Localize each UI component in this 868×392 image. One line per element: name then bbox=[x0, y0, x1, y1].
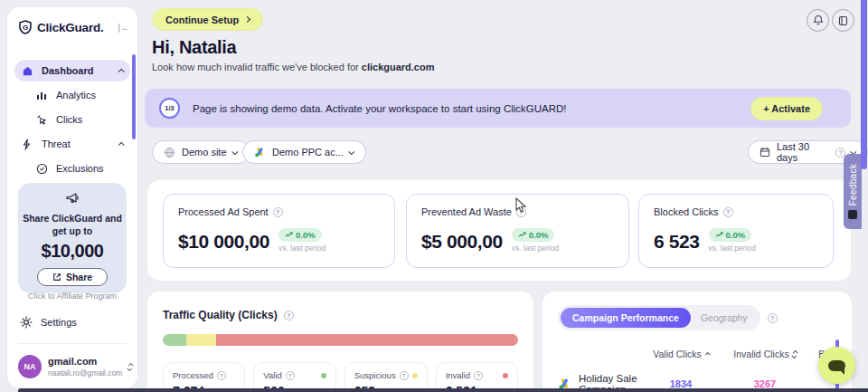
svg-text:G: G bbox=[23, 24, 28, 32]
info-icon[interactable]: ? bbox=[284, 311, 294, 320]
stat-label: Processed Ad Spent bbox=[178, 206, 269, 217]
tab-campaign-performance[interactable]: Campaign Performance bbox=[561, 308, 691, 328]
stats-panel: Processed Ad Spent ? $10 000,00 0.0% vs.… bbox=[147, 180, 851, 281]
stat-card-prevented-ad-waste: Prevented Ad Waste ? $5 000,00 0.0% vs. … bbox=[406, 194, 629, 268]
valid-dot bbox=[321, 373, 326, 378]
workspace-name: gmail.com bbox=[48, 356, 122, 368]
compare-label: vs. last period bbox=[512, 244, 559, 253]
external-link-icon bbox=[52, 272, 61, 282]
invalid-dot bbox=[503, 373, 508, 378]
sidebar-collapse-icon[interactable]: |← bbox=[118, 22, 130, 33]
sort-asc-icon bbox=[705, 352, 711, 358]
check-circle-icon bbox=[36, 162, 49, 175]
info-icon[interactable]: ? bbox=[400, 371, 409, 380]
user-email: naatali.ro@gmail.com bbox=[48, 368, 122, 378]
stat-label: Blocked Clicks bbox=[654, 206, 719, 217]
change-badge: 0.0% bbox=[278, 228, 322, 242]
column-valid-clicks[interactable]: Valid Clicks bbox=[641, 349, 721, 359]
sidebar: G ClickGuard. |← Dashboard Analytics Cli… bbox=[7, 7, 137, 388]
share-button[interactable]: Share bbox=[37, 268, 108, 286]
sidebar-divider bbox=[18, 343, 127, 344]
sidebar-item-threat[interactable]: Threat bbox=[14, 133, 130, 155]
chevron-up-down-icon bbox=[128, 363, 132, 371]
chat-bubble-icon bbox=[828, 360, 845, 371]
feedback-tab[interactable]: Feedback bbox=[844, 154, 862, 229]
notifications-button[interactable] bbox=[807, 9, 829, 32]
sidebar-item-settings[interactable]: Settings bbox=[20, 316, 77, 329]
sidebar-item-label: Dashboard bbox=[42, 65, 93, 76]
sidebar-scrollbar[interactable] bbox=[132, 54, 136, 139]
info-icon[interactable]: ? bbox=[273, 207, 283, 217]
table-header: Valid Clicks Invalid Clicks Bl bbox=[558, 349, 836, 359]
globe-icon bbox=[164, 147, 175, 158]
demo-data-banner: 1/3 Page is showing demo data. Activate … bbox=[145, 89, 851, 128]
sort-icon bbox=[793, 350, 797, 359]
traffic-quality-stacked-bar bbox=[163, 334, 518, 346]
info-icon[interactable]: ? bbox=[286, 371, 295, 380]
performance-tabs: Campaign Performance Geography bbox=[558, 305, 760, 330]
feedback-label: Feedback bbox=[848, 164, 858, 206]
info-icon[interactable]: ? bbox=[474, 371, 483, 380]
bar-segment-invalid bbox=[216, 334, 518, 346]
column-invalid-clicks[interactable]: Invalid Clicks bbox=[721, 349, 809, 359]
traffic-quality-panel: Traffic Quality (Clicks) ? Processed? 7 … bbox=[147, 292, 533, 392]
compare-label: vs. last period bbox=[278, 244, 326, 253]
avatar: NA bbox=[18, 355, 42, 378]
info-icon[interactable]: ? bbox=[723, 207, 733, 217]
activate-button[interactable]: + Activate bbox=[750, 97, 823, 120]
info-icon[interactable]: ? bbox=[217, 371, 226, 380]
feedback-icon bbox=[848, 210, 857, 219]
docs-button[interactable] bbox=[832, 9, 854, 32]
page-scrollbar[interactable] bbox=[861, 0, 867, 169]
shield-logo-icon: G bbox=[18, 20, 33, 34]
home-icon bbox=[22, 64, 34, 77]
campaign-performance-panel: Campaign Performance Geography ? Valid C… bbox=[542, 292, 852, 392]
chevron-up-icon bbox=[118, 68, 125, 74]
chat-widget-button[interactable] bbox=[818, 347, 855, 384]
brand-logo: G ClickGuard. |← bbox=[18, 20, 130, 34]
site-filter-value: Demo site bbox=[182, 147, 227, 158]
trend-up-icon bbox=[285, 232, 293, 238]
sidebar-item-dashboard[interactable]: Dashboard bbox=[14, 60, 130, 81]
book-icon bbox=[838, 15, 848, 26]
megaphone-icon bbox=[65, 192, 80, 206]
info-icon[interactable]: ? bbox=[768, 313, 778, 323]
trend-up-icon bbox=[518, 232, 526, 238]
bar-segment-valid bbox=[163, 334, 186, 346]
stat-label: Prevented Ad Waste bbox=[421, 206, 512, 217]
affiliate-promo-card[interactable]: Share ClickGuard and get up to $10,000 S… bbox=[18, 183, 127, 293]
workspace-switcher[interactable]: NA gmail.com naatali.ro@gmail.com bbox=[18, 355, 130, 378]
date-range-value: Last 30 days bbox=[777, 141, 829, 163]
ppc-account-dropdown[interactable]: Demo PPC ac... bbox=[242, 140, 366, 164]
suspicious-dot bbox=[412, 373, 418, 378]
sidebar-item-exclusions[interactable]: Exclusions bbox=[14, 158, 130, 179]
tab-geography[interactable]: Geography bbox=[691, 308, 758, 328]
change-badge: 0.0% bbox=[709, 228, 752, 242]
info-icon[interactable]: ? bbox=[516, 207, 526, 217]
promo-footer: Click to Affiliate Program bbox=[18, 292, 127, 301]
promo-title: Share ClickGuard and get up to bbox=[18, 212, 127, 237]
page-title: Hi, Natalia bbox=[152, 37, 236, 58]
sidebar-item-analytics[interactable]: Analytics bbox=[14, 84, 130, 106]
traffic-quality-title: Traffic Quality (Clicks) bbox=[163, 309, 278, 321]
workspace-domain: clickguard.com bbox=[362, 62, 435, 72]
sidebar-item-label: Clicks bbox=[56, 114, 82, 125]
ppc-account-value: Demo PPC ac... bbox=[272, 147, 344, 158]
setup-progress-badge: 1/3 bbox=[159, 98, 180, 119]
continue-setup-button[interactable]: Continue Setup bbox=[152, 8, 263, 31]
promo-amount: $10,000 bbox=[18, 241, 127, 262]
chevron-right-icon bbox=[244, 16, 250, 23]
site-filter-dropdown[interactable]: Demo site bbox=[152, 140, 250, 164]
change-badge: 0.0% bbox=[512, 228, 555, 242]
stat-value: 6 523 bbox=[654, 231, 700, 253]
bar-segment-suspicious bbox=[186, 334, 217, 346]
calendar-icon bbox=[760, 147, 770, 158]
chevron-down-icon bbox=[348, 148, 354, 155]
window-bottom-edge bbox=[18, 388, 868, 392]
sidebar-item-label: Threat bbox=[42, 139, 71, 149]
trend-up-icon bbox=[715, 232, 723, 238]
stat-value: $5 000,00 bbox=[421, 231, 503, 253]
sidebar-item-label: Exclusions bbox=[56, 163, 104, 174]
sidebar-item-clicks[interactable]: Clicks bbox=[14, 109, 130, 130]
sidebar-item-label: Analytics bbox=[56, 90, 96, 100]
